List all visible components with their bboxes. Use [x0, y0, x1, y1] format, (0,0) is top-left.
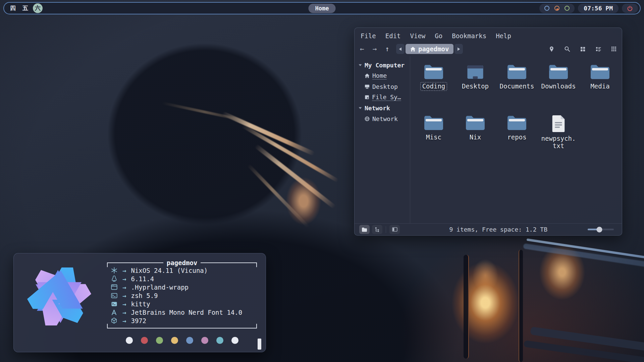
hair-highlight [254, 144, 336, 209]
file-item-coding[interactable]: Coding [420, 64, 447, 115]
menu-help[interactable]: Help [496, 32, 511, 40]
desktop-icon [365, 84, 370, 89]
fetch-frame-bottom [107, 325, 257, 331]
menu-go[interactable]: Go [435, 32, 442, 40]
menu-edit[interactable]: Edit [385, 32, 401, 40]
disk-monitor-icon [565, 6, 570, 11]
palette-dot [171, 337, 178, 344]
status-bar: 四 五 六 Home 07:56 PM [3, 2, 641, 14]
folder-icon [423, 115, 444, 131]
workspace-5[interactable]: 五 [20, 3, 30, 13]
frame-line [108, 328, 256, 328]
fetch-value-os: NixOS 24.11 (Vicuna) [131, 267, 208, 274]
file-item-nix[interactable]: Nix [465, 115, 486, 166]
toolbar: ← → ↑ pagedmov [355, 42, 622, 56]
icon-view-icon[interactable] [580, 46, 586, 52]
frame-corner [256, 324, 257, 328]
package-icon [110, 317, 118, 324]
chevron-down-icon [359, 107, 362, 109]
file-item-newpsych-txt[interactable]: newpsych. txt [539, 115, 578, 166]
sidebar-item-filesystem[interactable]: File Sy… [359, 92, 410, 103]
workspace-4[interactable]: 四 [8, 3, 18, 13]
breadcrumb-prev-button[interactable] [396, 44, 405, 54]
back-button[interactable]: ← [360, 45, 364, 53]
chevron-left-icon [399, 47, 402, 51]
status-bar-fm: 9 items, Free space: 1.2 TB [355, 223, 622, 235]
clock: 07:56 PM [578, 4, 619, 13]
topbar-right-cluster: 07:56 PM [539, 4, 638, 13]
sidebar-item-label: Home [372, 72, 387, 79]
palette-dot [156, 337, 163, 344]
font-icon [110, 309, 118, 315]
compact-view-icon[interactable] [611, 46, 616, 52]
hard-drive-icon [365, 95, 369, 100]
menu-view[interactable]: View [410, 32, 426, 40]
fastfetch-output: pagedmov → NixOS 24.11 (Vicuna) → 6.11.4… [107, 259, 257, 347]
status-text: 9 items, Free space: 1.2 TB [449, 226, 547, 233]
breadcrumb: pagedmov [396, 44, 463, 54]
sidebar-section-network[interactable]: Network [359, 103, 410, 113]
fetch-value-wm: .Hyprland-wrapp [131, 284, 189, 291]
zoom-slider[interactable] [588, 229, 614, 230]
location-pin-icon[interactable] [549, 46, 554, 52]
workspace-6-active[interactable]: 六 [33, 3, 43, 13]
desktop-folder-icon [466, 64, 485, 80]
hair-highlight [221, 111, 315, 156]
breadcrumb-home-segment[interactable]: pagedmov [406, 44, 454, 54]
globe-icon [365, 116, 370, 121]
power-button[interactable] [622, 4, 638, 13]
frame-corner [107, 324, 108, 328]
menu-file[interactable]: File [361, 32, 376, 40]
terminal-app-icon [110, 302, 118, 306]
frame-line [201, 262, 256, 263]
nixos-logo [25, 262, 94, 331]
file-item-desktop[interactable]: Desktop [460, 64, 491, 115]
nixos-snowflake-icon [110, 267, 118, 274]
frame-line [108, 262, 163, 263]
active-window-title: Home [309, 4, 336, 13]
arrow-icon: → [122, 292, 126, 299]
memory-monitor-icon [554, 6, 559, 11]
file-label: Downloads [539, 82, 578, 91]
icon-view-toggle-button[interactable] [359, 225, 370, 234]
file-item-documents[interactable]: Documents [498, 64, 536, 115]
shell-prompt-icon [110, 293, 118, 298]
tree-icon [375, 227, 380, 232]
home-icon [365, 73, 370, 78]
fetch-row-kernel: → 6.11.4 [107, 275, 257, 283]
lantern-pillar [464, 255, 469, 359]
tree-view-toggle-button[interactable] [372, 225, 382, 234]
file-item-misc[interactable]: Misc [423, 115, 444, 166]
fetch-value-shell: zsh 5.9 [131, 292, 158, 299]
sidebar-section-my-computer[interactable]: My Computer [359, 60, 410, 70]
arrow-icon: → [122, 309, 126, 316]
fetch-row-packages: → 3972 [107, 316, 257, 325]
up-button[interactable]: ↑ [385, 45, 389, 53]
sidebar-item-network[interactable]: Network [359, 113, 410, 124]
fetch-row-terminal: → kitty [107, 300, 257, 308]
fetch-row-font: → JetBrains Mono Nerd Font 14.0 [107, 308, 257, 316]
terminal-window[interactable]: pagedmov → NixOS 24.11 (Vicuna) → 6.11.4… [13, 253, 266, 352]
forward-button[interactable]: → [373, 45, 377, 53]
file-item-repos[interactable]: repos [505, 115, 528, 166]
palette-dot [231, 337, 238, 344]
sidebar-item-home[interactable]: Home [359, 70, 410, 81]
lantern-pillar [519, 250, 523, 362]
sidebar-item-desktop[interactable]: Desktop [359, 81, 410, 92]
side-pane-icon [392, 227, 397, 232]
frame-corner [107, 262, 108, 267]
terminal-cursor [258, 339, 261, 350]
side-pane-toggle-button[interactable] [389, 225, 400, 234]
folder-icon [506, 115, 527, 131]
breadcrumb-next-button[interactable] [454, 44, 463, 54]
fetch-value-terminal: kitty [131, 300, 150, 308]
menu-bookmarks[interactable]: Bookmarks [452, 32, 486, 40]
fetch-value-font: JetBrains Mono Nerd Font 14.0 [131, 309, 242, 316]
sidebar-item-label: File Sy… [372, 94, 401, 101]
search-icon[interactable] [564, 46, 570, 52]
file-item-media[interactable]: Media [588, 64, 611, 115]
list-view-icon[interactable] [595, 46, 601, 52]
zoom-slider-knob[interactable] [597, 227, 602, 232]
file-item-downloads[interactable]: Downloads [539, 64, 578, 115]
tux-penguin-icon [110, 276, 118, 282]
